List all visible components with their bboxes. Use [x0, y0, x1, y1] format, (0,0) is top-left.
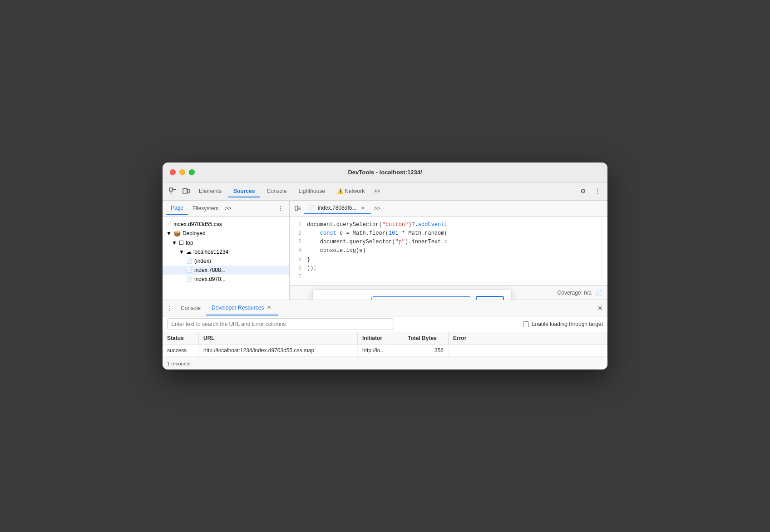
- search-input[interactable]: [167, 318, 394, 330]
- main-tabbar: Elements Sources Console Lighthouse ⚠️Ne…: [163, 182, 607, 201]
- line-number: 6: [293, 264, 307, 273]
- tab-console-bottom[interactable]: Console: [175, 302, 206, 314]
- header-total-bytes: Total Bytes: [403, 332, 449, 344]
- more-tabs-button[interactable]: >>: [371, 186, 383, 196]
- css-file-icon2: 📄: [186, 276, 192, 282]
- tab-developer-resources[interactable]: Developer Resources ✕: [206, 301, 278, 315]
- tree-item-js-selected[interactable]: 📄 index.7808...: [163, 266, 289, 275]
- svg-rect-0: [169, 188, 173, 191]
- table-row[interactable]: success http://localhost:1234/index.d970…: [163, 345, 607, 357]
- panel-actions: ⋮: [276, 203, 286, 213]
- device-toolbar-icon[interactable]: [180, 185, 192, 197]
- search-row: Enable loading through target: [163, 316, 607, 332]
- line-code: }: [307, 256, 310, 264]
- bottom-panel-menu[interactable]: ⋮: [164, 303, 175, 314]
- warning-icon: ⚠️: [337, 188, 344, 194]
- tab-close-button[interactable]: ✕: [265, 304, 273, 312]
- file-icon: 📄: [186, 258, 192, 264]
- tree-item-localhost[interactable]: ▼ ☁ localhost:1234: [163, 247, 289, 256]
- deployed-icon: 📦: [173, 230, 181, 237]
- code-line-6: 6 ));: [290, 264, 607, 273]
- cell-url: http://localhost:1234/index.d9703d55.css…: [199, 345, 358, 356]
- devtools-window: DevTools - localhost:1234/ Elements Sour…: [163, 163, 607, 369]
- enable-loading-label[interactable]: Enable loading through target: [523, 321, 603, 327]
- coverage-icon: 📄: [595, 290, 602, 296]
- left-panel: Page Filesystem >> ⋮ 📄 index.d9703d55.cs…: [163, 201, 290, 300]
- minimize-button[interactable]: [179, 169, 185, 175]
- right-panel: 📄 index.7808df6... ✕ >> 1 document.query…: [290, 201, 607, 300]
- tab-page[interactable]: Page: [166, 202, 188, 215]
- code-tab-active[interactable]: 📄 index.7808df6... ✕: [304, 202, 371, 214]
- tree-item-label: top: [186, 240, 193, 246]
- line-number: 5: [293, 256, 307, 264]
- table-header: Status URL Initiator Total Bytes Error: [163, 332, 607, 345]
- sourcemap-popup: Source map URL: Add: [312, 289, 512, 300]
- tab-network[interactable]: ⚠️Network: [331, 185, 370, 197]
- main-content: Page Filesystem >> ⋮ 📄 index.d9703d55.cs…: [163, 201, 607, 300]
- format-icon[interactable]: [291, 202, 304, 215]
- coverage-text: Coverage: n/a: [558, 290, 592, 296]
- tree-item-top[interactable]: ▼ ☐ top: [163, 238, 289, 247]
- line-number: 2: [293, 229, 307, 238]
- tab-sources[interactable]: Sources: [228, 185, 260, 197]
- header-status: Status: [163, 332, 199, 344]
- code-tab-more[interactable]: >>: [371, 203, 383, 213]
- svg-rect-4: [188, 189, 189, 193]
- line-number: 3: [293, 238, 307, 246]
- tab-console[interactable]: Console: [261, 185, 292, 197]
- file-tree: 📄 index.d9703d55.css ▼ 📦 Deployed ▼ ☐ to…: [163, 217, 289, 300]
- tree-item-css[interactable]: 📄 index.d9703d55.css: [163, 220, 289, 229]
- maximize-button[interactable]: [189, 169, 195, 175]
- tab-filesystem[interactable]: Filesystem: [188, 202, 223, 214]
- line-code: document.querySelector("button")?.addEve…: [307, 221, 448, 229]
- enable-loading-checkbox[interactable]: [523, 321, 529, 327]
- tabbar-actions: ⚙ ⋮: [577, 185, 604, 197]
- bottom-tabs: ⋮ Console Developer Resources ✕ ✕: [163, 300, 607, 316]
- svg-rect-3: [183, 188, 187, 194]
- arrow-icon: ▼: [166, 230, 172, 236]
- sourcemap-add-button[interactable]: Add: [476, 296, 503, 300]
- tree-item-label: localhost:1234: [193, 249, 228, 255]
- cell-error: [449, 345, 607, 356]
- tab-label: Developer Resources: [212, 305, 264, 311]
- js-file-icon: 📄: [186, 267, 192, 273]
- tree-item-label: Deployed: [183, 230, 206, 236]
- code-tab-label: index.7808df6...: [318, 205, 356, 211]
- left-panel-more[interactable]: >>: [225, 205, 231, 212]
- settings-icon[interactable]: ⚙: [577, 185, 589, 197]
- cell-initiator: http://lo...: [358, 345, 403, 356]
- line-code: console.log(e): [307, 246, 366, 255]
- sourcemap-input[interactable]: [371, 296, 471, 300]
- tree-item-index[interactable]: 📄 (index): [163, 256, 289, 266]
- tab-lighthouse[interactable]: Lighthouse: [293, 185, 331, 197]
- footer-bar: 1 resource: [163, 357, 607, 369]
- titlebar: DevTools - localhost:1234/: [163, 163, 607, 182]
- inspect-element-icon[interactable]: [166, 185, 179, 197]
- tree-item-css2[interactable]: 📄 index.d970...: [163, 275, 289, 284]
- cell-status: success: [163, 345, 199, 356]
- line-code: const e = Math.floor(101 * Math.random(: [307, 229, 448, 238]
- window-title: DevTools - localhost:1234/: [348, 169, 422, 176]
- code-tab-close[interactable]: ✕: [359, 204, 366, 212]
- left-panel-tabs: Page Filesystem >> ⋮: [163, 201, 289, 217]
- resource-count: 1 resource: [167, 361, 191, 366]
- header-error: Error: [449, 332, 607, 344]
- tree-item-label: (index): [194, 258, 211, 264]
- code-line-3: 3 document.querySelector("p").innerText …: [290, 238, 607, 246]
- tree-item-label: index.7808...: [194, 267, 226, 273]
- frame-icon: ☐: [179, 240, 184, 246]
- tab-elements[interactable]: Elements: [193, 185, 227, 197]
- close-button[interactable]: [170, 169, 176, 175]
- sourcemap-label: Source map URL:: [320, 299, 367, 300]
- header-initiator: Initiator: [358, 332, 403, 344]
- code-line-4: 4 console.log(e): [290, 246, 607, 255]
- arrow-icon: ▼: [179, 249, 184, 255]
- window-controls: [170, 169, 195, 175]
- code-area: 1 document.querySelector("button")?.addE…: [290, 217, 607, 285]
- panel-menu-icon[interactable]: ⋮: [276, 203, 286, 213]
- close-bottom-panel[interactable]: ✕: [595, 303, 606, 314]
- more-menu-icon[interactable]: ⋮: [591, 185, 604, 197]
- code-line-5: 5 }: [290, 256, 607, 264]
- enable-loading-text: Enable loading through target: [532, 321, 603, 327]
- tree-item-deployed[interactable]: ▼ 📦 Deployed: [163, 229, 289, 238]
